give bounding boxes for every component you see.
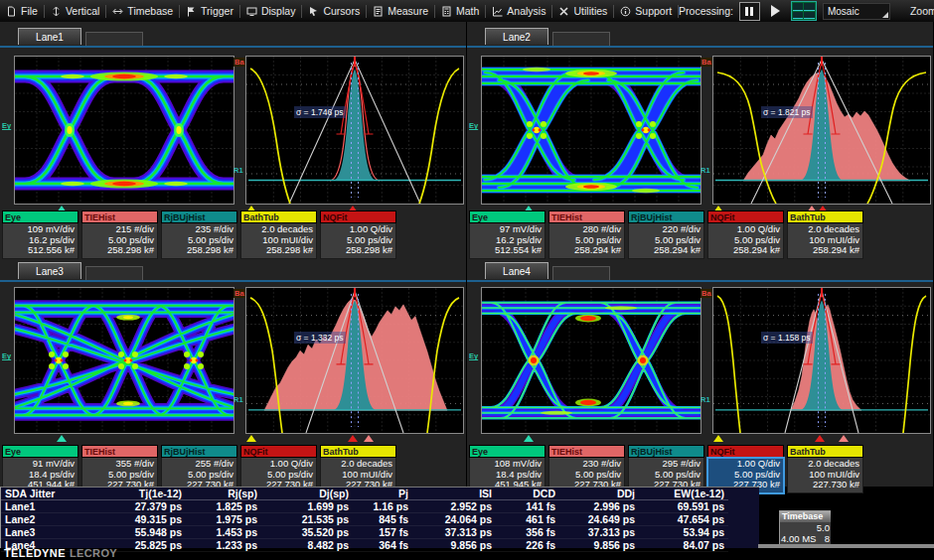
bathtub-marker	[713, 435, 723, 442]
descriptor-bathtub[interactable]: BathTub 2.0 decades100 mUI/div258.294 k#	[787, 210, 863, 259]
lane1-panel: Lane1 Ey Ba R1 σ = 1.746 ps Eye 109 mV/d…	[0, 22, 467, 260]
lane3-histogram[interactable]: Ba R1 σ = 1.332 ps	[245, 287, 464, 434]
eye-diagram-svg	[482, 288, 700, 433]
play-icon	[771, 5, 780, 17]
menu-measure[interactable]: Measure	[367, 0, 434, 22]
bathtub-trace-label[interactable]: Ba	[700, 289, 712, 298]
file-icon	[6, 6, 17, 17]
menu-vertical-label: Vertical	[66, 5, 99, 17]
descriptor-bathtub[interactable]: BathTub 2.0 decades100 mUI/div258.298 k#	[240, 210, 317, 259]
tab-lane4[interactable]: Lane4	[485, 262, 548, 279]
descriptor-tiehist[interactable]: TIEHist 280 #/div5.00 ps/div258.294 k#	[548, 210, 625, 259]
zoom-label[interactable]: Zoom	[910, 5, 934, 17]
bathtub-trace-label[interactable]: Ba	[700, 58, 712, 67]
mosaic-grid-icon[interactable]	[791, 1, 817, 21]
descriptor-rjbujhist[interactable]: RjBUjHist 235 #/div5.00 ps/div258.298 k#	[161, 210, 237, 259]
table-row: Lane249.315 ps1.975 ps21.535 ps845 fs24.…	[1, 513, 728, 526]
menu-display[interactable]: Display	[240, 0, 301, 22]
lane4-tabstrip: Lane4	[467, 262, 933, 280]
trigger-position-marker	[57, 435, 67, 442]
descriptor-bathtub[interactable]: BathTub 2.0 decades100 mUI/div227.730 k#	[787, 445, 863, 493]
descriptor-eye[interactable]: Eye 109 mV/div16.2 ps/div512.556 k#	[2, 210, 78, 259]
menu-utilities[interactable]: Utilities	[552, 0, 613, 22]
tab-stub[interactable]	[85, 266, 143, 280]
vertical-icon	[51, 6, 62, 17]
menu-file-label: File	[21, 5, 38, 17]
timebase-icon	[112, 6, 123, 17]
descriptor-eye[interactable]: Eye 97 mV/div16.2 ps/div512.554 k#	[469, 210, 545, 259]
r1-trace-label[interactable]: R1	[234, 166, 243, 175]
tab-lane3[interactable]: Lane3	[18, 262, 81, 279]
menu-timebase[interactable]: Timebase	[106, 0, 179, 22]
lane3-eye-diagram[interactable]: Ey	[14, 287, 234, 434]
tab-stub[interactable]	[552, 266, 610, 280]
sigma-annotation: σ = 1.332 ps	[294, 332, 346, 344]
timebase-title: Timebase	[780, 511, 831, 522]
timebase-samples: 4.00 MS	[781, 533, 816, 544]
panel-divider	[467, 46, 933, 48]
lane1-descriptors: Eye 109 mV/div16.2 ps/div512.556 k# TIEH…	[2, 210, 396, 259]
eye-trace-label[interactable]: Ey	[469, 121, 478, 130]
lane4-eye-diagram[interactable]: Ey	[481, 287, 701, 434]
nqfit-marker	[348, 435, 358, 442]
eye-trace-label[interactable]: Ey	[2, 121, 11, 130]
eye-trace-label[interactable]: Ey	[469, 351, 478, 360]
pause-button[interactable]	[739, 2, 760, 21]
lane2-panel: Lane2 Ey Ba R1 σ = 1.821 ps Eye 97 mV/di…	[467, 22, 934, 260]
descriptor-nqfit[interactable]: NQFit 1.00 Q/div5.00 ps/div258.298 k#	[320, 210, 396, 259]
utilities-icon	[558, 6, 569, 17]
tab-stub[interactable]	[552, 32, 610, 46]
tab-lane2[interactable]: Lane2	[485, 28, 548, 45]
eye-diagram-svg	[15, 57, 234, 204]
menu-file[interactable]: File	[0, 0, 44, 22]
lane2-eye-diagram[interactable]: Ey	[481, 56, 701, 205]
eye-trace-label[interactable]: Ey	[2, 351, 11, 360]
sigma-annotation: σ = 1.821 ps	[761, 106, 813, 118]
descriptor-nqfit[interactable]: NQFit 1.00 Q/div5.00 ps/div258.294 k#	[707, 210, 784, 259]
lane2-histogram[interactable]: Ba R1 σ = 1.821 ps	[712, 56, 931, 205]
lane3-tabstrip: Lane3	[0, 262, 466, 280]
brand-logo: TELEDYNELECROY	[4, 547, 117, 559]
table-row: Lane355.948 ps1.453 ps35.520 ps157 fs37.…	[1, 526, 728, 539]
timebase-descriptor[interactable]: Timebase 5.0 4.00 MS8	[779, 510, 831, 545]
trigger-position-marker	[524, 435, 534, 442]
tab-lane1[interactable]: Lane1	[18, 28, 81, 45]
lane4-histogram[interactable]: Ba R1 σ = 1.158 ps	[712, 287, 931, 434]
descriptor-rjbujhist[interactable]: RjBUjHist 220 #/div5.00 ps/div258.294 k#	[628, 210, 704, 259]
r1-trace-label[interactable]: R1	[234, 395, 243, 404]
menu-trigger-label: Trigger	[201, 5, 234, 17]
menu-bar: File Vertical Timebase Trigger Display C…	[0, 0, 934, 23]
table-header-row: SDA JitterTj(1e-12) Rj(sp)Dj(sp) PjISI D…	[1, 488, 728, 500]
menu-cursors-label: Cursors	[323, 5, 360, 17]
timebase-rate: 8	[825, 533, 830, 544]
lane3-panel: Lane3 Ey Ba R1 σ = 1.332 ps Eye 91 mV/di…	[0, 260, 467, 487]
cursors-icon	[308, 6, 319, 17]
menu-analysis[interactable]: Analysis	[486, 0, 551, 22]
sigma-annotation: σ = 1.746 ps	[294, 106, 346, 118]
menu-vertical[interactable]: Vertical	[45, 0, 105, 22]
sda-jitter-table: SDA JitterTj(1e-12) Rj(sp)Dj(sp) PjISI D…	[0, 487, 759, 548]
lane2-descriptors: Eye 97 mV/div16.2 ps/div512.554 k# TIEHi…	[469, 210, 863, 259]
lane1-histogram[interactable]: Ba R1 σ = 1.746 ps	[245, 56, 464, 205]
menu-timebase-label: Timebase	[127, 5, 173, 17]
descriptor-tiehist[interactable]: TIEHist 215 #/div5.00 ps/div258.298 k#	[81, 210, 158, 259]
play-button[interactable]	[766, 3, 785, 20]
mosaic-dropdown[interactable]: Mosaic	[823, 3, 890, 20]
table-row: Lane127.379 ps1.825 ps1.699 ps1.16 ps2.9…	[1, 500, 728, 513]
menu-measure-label: Measure	[388, 5, 428, 17]
lane1-eye-diagram[interactable]: Ey	[14, 56, 234, 205]
menu-math[interactable]: Math	[435, 0, 485, 22]
tab-stub[interactable]	[85, 32, 143, 46]
menu-cursors[interactable]: Cursors	[302, 0, 366, 22]
menu-trigger[interactable]: Trigger	[180, 0, 239, 22]
timebase-scale: 5.0	[780, 522, 831, 533]
trigger-icon	[186, 6, 197, 17]
menu-display-label: Display	[261, 5, 295, 17]
lane2-tabstrip: Lane2	[467, 28, 933, 46]
bathtub-trace-label[interactable]: Ba	[234, 58, 245, 67]
r1-trace-label[interactable]: R1	[700, 395, 710, 404]
bathtub-trace-label[interactable]: Ba	[234, 289, 245, 298]
menu-math-label: Math	[456, 5, 479, 17]
r1-trace-label[interactable]: R1	[700, 166, 710, 175]
menu-support[interactable]: Support	[614, 0, 678, 22]
